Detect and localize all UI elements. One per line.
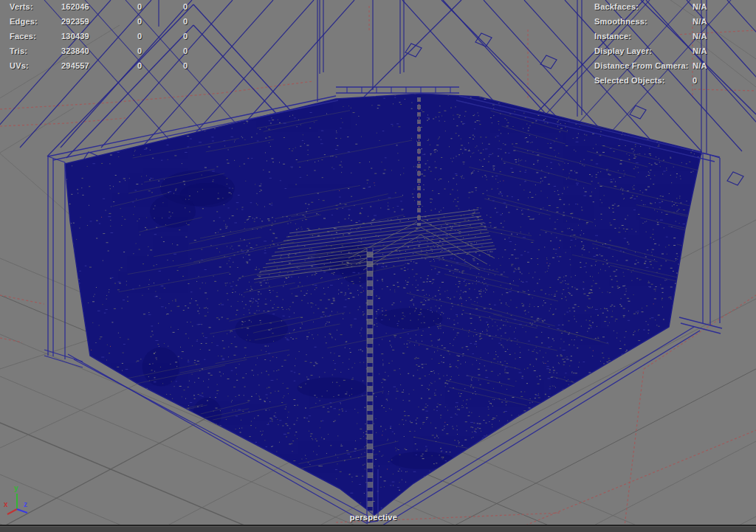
object-detail-row: Backfaces:N/A — [594, 2, 753, 17]
object-detail-row: Selected Objects:0 — [594, 76, 753, 91]
object-detail-value: 0 — [693, 76, 697, 85]
polycount-total: 292359 — [61, 17, 89, 26]
polycount-col2: 0 — [137, 61, 142, 70]
polycount-row: Tris:32384000 — [10, 46, 231, 61]
polycount-col2: 0 — [137, 32, 142, 41]
polycount-label: Verts: — [10, 2, 33, 11]
z-axis-label: z — [24, 500, 27, 508]
object-details-hud: Backfaces:N/ASmoothness:N/AInstance:N/AD… — [594, 2, 753, 91]
object-detail-row: Instance:N/A — [594, 32, 753, 46]
viewport-panel: y x z Verts:16204600Edges:29235900Faces:… — [0, 0, 756, 532]
polycount-row: Edges:29235900 — [10, 17, 231, 32]
polycount-label: Edges: — [10, 17, 38, 26]
polycount-row: UVs:29455700 — [10, 61, 231, 76]
object-detail-row: Smoothness:N/A — [594, 17, 753, 32]
object-detail-label: Distance From Camera: — [594, 61, 689, 70]
x-axis-line — [7, 509, 17, 514]
object-detail-label: Backfaces: — [594, 2, 639, 11]
polycount-col3: 0 — [183, 2, 188, 11]
object-detail-value: N/A — [693, 61, 707, 70]
polycount-hud: Verts:16204600Edges:29235900Faces:130439… — [10, 2, 231, 76]
object-detail-value: N/A — [693, 46, 707, 55]
y-axis-label: y — [14, 484, 18, 492]
object-detail-value: N/A — [693, 32, 707, 41]
axis-gizmo: y x z — [4, 484, 27, 514]
polycount-col3: 0 — [183, 46, 188, 55]
object-detail-label: Smoothness: — [594, 17, 647, 26]
polycount-col2: 0 — [137, 46, 142, 55]
object-detail-row: Display Layer:N/A — [594, 46, 753, 61]
polycount-label: Faces: — [10, 32, 36, 41]
polycount-total: 323840 — [61, 46, 89, 55]
polycount-col3: 0 — [183, 32, 188, 41]
polycount-label: UVs: — [10, 61, 29, 70]
object-detail-label: Selected Objects: — [594, 76, 665, 85]
camera-name-label: perspective — [310, 513, 437, 522]
polycount-row: Verts:16204600 — [10, 2, 231, 17]
polycount-row: Faces:13043900 — [10, 32, 231, 46]
polycount-col2: 0 — [137, 17, 142, 26]
polycount-total: 294557 — [61, 61, 89, 70]
polycount-total: 130439 — [61, 32, 89, 41]
polycount-label: Tris: — [10, 46, 27, 55]
window-bottom-bar — [0, 525, 756, 532]
object-detail-label: Instance: — [594, 32, 631, 41]
object-detail-value: N/A — [693, 17, 707, 26]
object-detail-row: Distance From Camera:N/A — [594, 61, 753, 76]
polycount-col3: 0 — [183, 17, 188, 26]
polycount-col3: 0 — [183, 61, 188, 70]
polycount-total: 162046 — [61, 2, 89, 11]
z-axis-line — [17, 509, 27, 513]
object-detail-label: Display Layer: — [594, 46, 652, 55]
object-detail-value: N/A — [693, 2, 707, 11]
polycount-col2: 0 — [137, 2, 142, 11]
x-axis-label: x — [4, 500, 8, 508]
